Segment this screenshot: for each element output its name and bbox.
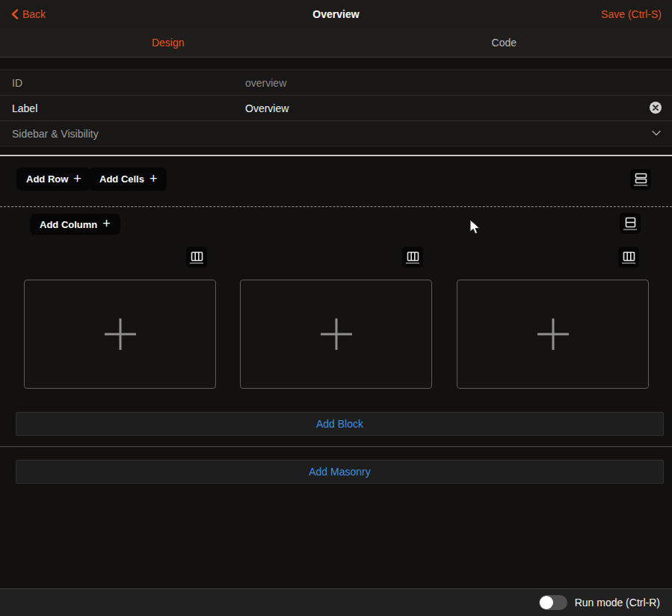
row-boundary-dashed-divider [0, 206, 672, 207]
field-label-label: Label [12, 102, 37, 114]
column-settings-button[interactable] [186, 247, 207, 268]
cell-placeholder[interactable] [457, 280, 649, 389]
column-settings-button[interactable] [402, 247, 423, 268]
tab-design[interactable]: Design [0, 28, 336, 57]
split-cell-icon [625, 217, 636, 228]
properties-panel: ID overview Label Overview Sidebar & Vis… [0, 70, 672, 147]
editor-tab-bar: Design Code [0, 28, 672, 58]
stacked-rows-icon [635, 173, 647, 184]
add-widget-plus-icon [102, 316, 138, 352]
three-columns-icon [407, 251, 419, 262]
add-widget-plus-icon [318, 316, 354, 352]
clear-label-button[interactable] [649, 101, 662, 114]
section-sidebar-visibility[interactable]: Sidebar & Visibility [0, 120, 672, 147]
add-column-button[interactable]: Add Column + [30, 214, 120, 235]
field-value-id: overview [245, 77, 286, 89]
add-block-button[interactable]: Add Block [16, 412, 664, 436]
plus-icon: + [102, 217, 111, 230]
field-row-label[interactable]: Label Overview [0, 95, 672, 120]
page-title: Overview [0, 0, 672, 28]
section-divider [0, 446, 672, 447]
add-row-label: Add Row [26, 173, 68, 185]
three-columns-icon [191, 251, 203, 262]
field-value-label: Overview [245, 102, 289, 114]
circle-x-icon [649, 101, 662, 114]
toggle-knob [540, 596, 553, 609]
add-column-label: Add Column [40, 219, 97, 230]
three-columns-icon [623, 251, 635, 262]
add-widget-plus-icon [535, 316, 571, 352]
field-row-id[interactable]: ID overview [0, 70, 672, 95]
run-mode-label: Run mode (Ctrl-R) [575, 597, 660, 609]
add-block-label: Add Block [316, 418, 363, 430]
column-settings-button[interactable] [618, 247, 639, 268]
cell-placeholder[interactable] [240, 280, 432, 389]
back-label: Back [22, 8, 46, 20]
canvas-top-divider [0, 155, 672, 156]
page-designer-window: Back Overview Save (Ctrl-S) Design Code … [0, 0, 672, 616]
tab-code[interactable]: Code [336, 28, 672, 57]
field-label-id: ID [12, 77, 22, 89]
add-row-button[interactable]: Add Row + [16, 167, 91, 191]
back-button[interactable]: Back [10, 0, 46, 28]
chevron-down-icon [651, 129, 662, 137]
add-cells-button[interactable]: Add Cells + [90, 167, 167, 191]
save-button[interactable]: Save (Ctrl-S) [601, 0, 662, 28]
top-bar: Back Overview Save (Ctrl-S) [0, 0, 672, 28]
add-masonry-label: Add Masonry [309, 466, 370, 478]
cell-placeholder[interactable] [24, 280, 216, 389]
add-cells-label: Add Cells [99, 173, 144, 185]
row-settings-button[interactable] [630, 169, 651, 190]
bottom-bar: Run mode (Ctrl-R) [0, 588, 672, 616]
add-masonry-button[interactable]: Add Masonry [16, 460, 664, 484]
mouse-cursor-icon [469, 219, 481, 235]
plus-icon: + [149, 172, 158, 185]
cells-settings-button[interactable] [620, 213, 641, 234]
section-label-sidebar-visibility: Sidebar & Visibility [12, 128, 99, 140]
run-mode-toggle[interactable] [539, 595, 567, 610]
back-chevron-icon [10, 9, 19, 19]
plus-icon: + [73, 172, 81, 185]
